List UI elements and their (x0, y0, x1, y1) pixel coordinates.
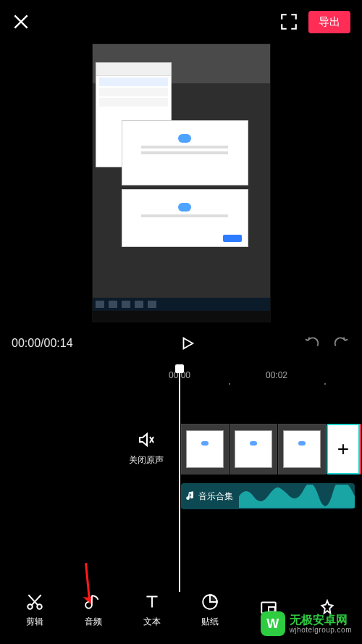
watermark-line2: wjhotelgroup.com (290, 626, 352, 634)
watermark-badge: W (261, 611, 285, 636)
mute-original-button[interactable]: 关闭原声 (129, 431, 164, 467)
tool-label: 文本 (143, 616, 161, 628)
tool-label: 音频 (85, 616, 102, 628)
tool-label: 剪辑 (26, 616, 43, 628)
ruler-tick (229, 383, 230, 385)
undo-button[interactable] (303, 334, 321, 353)
watermark-line1: 无极安卓网 (290, 614, 352, 627)
top-right-group: 导出 (279, 11, 350, 33)
tool-label: 贴纸 (201, 616, 219, 628)
clip-thumbnail[interactable] (181, 424, 229, 474)
ruler-label: 00:02 (266, 370, 287, 380)
tool-sticker[interactable]: 贴纸 (188, 593, 232, 628)
close-button[interactable] (12, 12, 30, 31)
playback-controls: 00:00/00:14 (0, 322, 362, 363)
playhead[interactable] (179, 367, 180, 592)
music-note-icon (185, 491, 195, 501)
timeline-tracks[interactable]: 关闭原声 + 音乐合集 (0, 389, 362, 577)
redo-button[interactable] (332, 334, 350, 353)
tool-audio[interactable]: 音频 (72, 593, 115, 628)
time-current: 00:00 (12, 337, 41, 349)
clip-thumbnail[interactable] (230, 424, 277, 474)
mute-label: 关闭原声 (129, 454, 164, 467)
time-display: 00:00/00:14 (12, 337, 73, 350)
tool-cut[interactable]: 剪辑 (13, 593, 56, 628)
watermark-text: 无极安卓网 wjhotelgroup.com (290, 614, 352, 635)
export-button[interactable]: 导出 (308, 11, 350, 33)
fullscreen-icon[interactable] (279, 12, 298, 31)
undo-redo-group (303, 334, 350, 353)
preview-taskbar (93, 298, 270, 311)
waveform (239, 485, 355, 508)
preview-frame (92, 43, 271, 322)
audio-track-label: 音乐合集 (198, 490, 233, 503)
audio-track[interactable]: 音乐合集 (181, 483, 355, 509)
top-bar: 导出 (0, 0, 362, 43)
time-total: 00:14 (44, 337, 73, 349)
preview-dialog (122, 120, 248, 185)
play-button[interactable] (180, 335, 195, 351)
tool-text[interactable]: 文本 (130, 593, 174, 628)
clip-thumbnail[interactable] (278, 424, 326, 474)
preview-dialog (122, 189, 248, 247)
video-track[interactable]: + (181, 424, 360, 474)
watermark: W 无极安卓网 wjhotelgroup.com (256, 609, 356, 638)
video-preview[interactable] (0, 43, 362, 322)
add-clip-button[interactable]: + (327, 424, 360, 474)
ruler-tick (324, 383, 326, 385)
